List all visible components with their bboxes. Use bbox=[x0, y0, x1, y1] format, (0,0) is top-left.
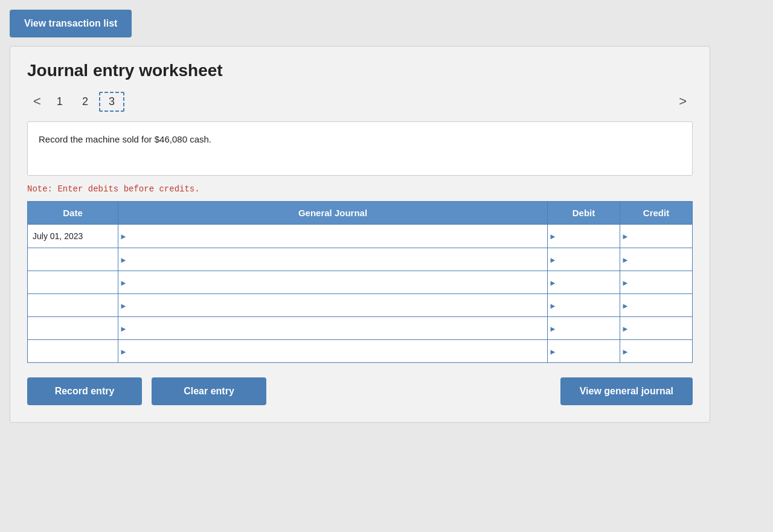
credit-cell-3[interactable]: ► bbox=[620, 271, 693, 294]
journal-table: Date General Journal Debit Credit July 0… bbox=[27, 201, 693, 363]
header-date: Date bbox=[28, 202, 118, 225]
page-3-active[interactable]: 3 bbox=[99, 92, 124, 112]
credit-input-2[interactable] bbox=[620, 248, 692, 271]
journal-cell-3[interactable]: ► bbox=[118, 271, 548, 294]
record-entry-button[interactable]: Record entry bbox=[27, 377, 142, 405]
debit-input-4[interactable] bbox=[548, 294, 620, 316]
note-text: Note: Enter debits before credits. bbox=[27, 184, 693, 194]
date-value-1: July 01, 2023 bbox=[28, 225, 118, 248]
debit-cell-3[interactable]: ► bbox=[548, 271, 620, 294]
view-general-journal-button[interactable]: View general journal bbox=[560, 377, 693, 405]
journal-input-6[interactable] bbox=[118, 340, 547, 362]
credit-input-4[interactable] bbox=[620, 294, 692, 316]
journal-input-3[interactable] bbox=[118, 271, 547, 293]
header-credit: Credit bbox=[620, 202, 693, 225]
credit-input-5[interactable] bbox=[620, 317, 692, 339]
debit-cell-1[interactable]: ► bbox=[548, 225, 620, 248]
instruction-box: Record the machine sold for $46,080 cash… bbox=[27, 121, 693, 176]
journal-cell-1[interactable]: ► bbox=[118, 225, 548, 248]
main-card: Journal entry worksheet < 1 2 3 > Record… bbox=[10, 46, 710, 423]
next-page-button[interactable]: > bbox=[673, 91, 693, 112]
date-cell-1: July 01, 2023 bbox=[28, 225, 118, 248]
header-journal: General Journal bbox=[118, 202, 548, 225]
view-transaction-list-button[interactable]: View transaction list bbox=[10, 10, 132, 37]
debit-cell-4[interactable]: ► bbox=[548, 294, 620, 317]
debit-cell-2[interactable]: ► bbox=[548, 248, 620, 271]
journal-cell-5[interactable]: ► bbox=[118, 317, 548, 340]
table-row: ► ► ► bbox=[28, 294, 693, 317]
date-cell-6 bbox=[28, 340, 118, 363]
debit-cell-5[interactable]: ► bbox=[548, 317, 620, 340]
credit-input-3[interactable] bbox=[620, 271, 692, 293]
debit-input-2[interactable] bbox=[548, 248, 620, 271]
journal-input-4[interactable] bbox=[118, 294, 547, 316]
journal-input-1[interactable] bbox=[118, 225, 547, 248]
table-row: July 01, 2023 ► ► ► bbox=[28, 225, 693, 248]
journal-cell-2[interactable]: ► bbox=[118, 248, 548, 271]
clear-entry-button[interactable]: Clear entry bbox=[152, 377, 266, 405]
bottom-buttons: Record entry Clear entry View general jo… bbox=[27, 377, 693, 405]
page-2[interactable]: 2 bbox=[74, 93, 97, 111]
table-row: ► ► ► bbox=[28, 340, 693, 363]
journal-input-5[interactable] bbox=[118, 317, 547, 339]
credit-cell-5[interactable]: ► bbox=[620, 317, 693, 340]
credit-cell-4[interactable]: ► bbox=[620, 294, 693, 317]
debit-input-6[interactable] bbox=[548, 340, 620, 362]
instruction-text: Record the machine sold for $46,080 cash… bbox=[39, 134, 211, 144]
debit-input-1[interactable] bbox=[548, 225, 620, 248]
journal-input-2[interactable] bbox=[118, 248, 547, 271]
debit-cell-6[interactable]: ► bbox=[548, 340, 620, 363]
debit-input-5[interactable] bbox=[548, 317, 620, 339]
journal-cell-4[interactable]: ► bbox=[118, 294, 548, 317]
date-cell-5 bbox=[28, 317, 118, 340]
credit-cell-1[interactable]: ► bbox=[620, 225, 693, 248]
pagination: < 1 2 3 > bbox=[27, 91, 693, 112]
credit-input-6[interactable] bbox=[620, 340, 692, 362]
date-cell-3 bbox=[28, 271, 118, 294]
date-cell-2 bbox=[28, 248, 118, 271]
page-1[interactable]: 1 bbox=[48, 93, 71, 111]
debit-input-3[interactable] bbox=[548, 271, 620, 293]
journal-cell-6[interactable]: ► bbox=[118, 340, 548, 363]
page-title: Journal entry worksheet bbox=[27, 61, 693, 80]
table-row: ► ► ► bbox=[28, 271, 693, 294]
date-cell-4 bbox=[28, 294, 118, 317]
credit-input-1[interactable] bbox=[620, 225, 692, 248]
table-row: ► ► ► bbox=[28, 248, 693, 271]
prev-page-button[interactable]: < bbox=[27, 91, 47, 112]
credit-cell-6[interactable]: ► bbox=[620, 340, 693, 363]
credit-cell-2[interactable]: ► bbox=[620, 248, 693, 271]
header-debit: Debit bbox=[548, 202, 620, 225]
table-row: ► ► ► bbox=[28, 317, 693, 340]
